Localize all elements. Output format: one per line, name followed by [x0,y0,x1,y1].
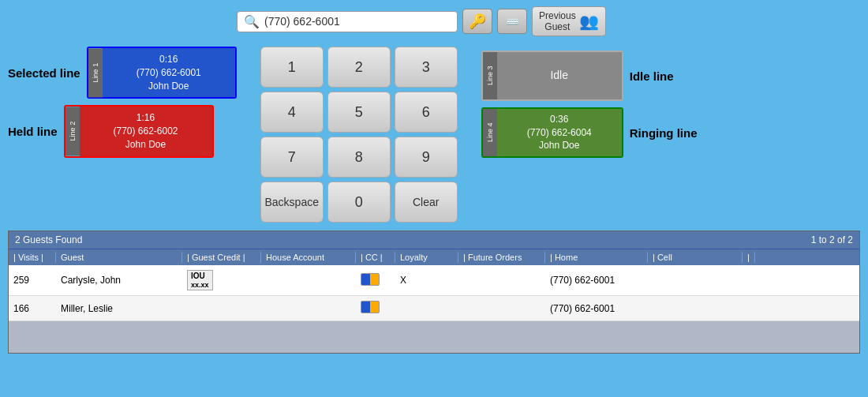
cell-cc-1 [356,272,395,290]
idle-line-outer-label: Idle line [630,69,674,83]
numpad-1[interactable]: 1 [260,47,324,88]
cc-icon-1 [361,273,380,286]
cell-credit-2 [182,307,261,310]
key-button[interactable]: 🔑 [462,9,492,34]
col-guest: Guest [56,252,182,263]
numpad-backspace[interactable]: Backspace [260,182,324,223]
numpad-clear[interactable]: Clear [395,182,458,223]
cc-icon-2 [361,301,380,313]
numpad-2[interactable]: 2 [327,47,391,88]
cell-home-2: (770) 662-6001 [545,301,648,316]
line4-box[interactable]: Line 4 0:36 (770) 662-6004 John Doe [481,107,623,158]
cell-loyalty-2 [395,307,458,310]
col-home: | Home [545,252,648,263]
line1-time: 0:16 [159,53,178,66]
line2-row: Held line Line 2 1:16 (770) 662-6002 Joh… [8,105,237,157]
numpad: 1 2 3 4 5 6 7 8 9 Backspace 0 Clear [260,47,458,223]
col-end: | [743,252,755,263]
cell-loyalty-1: X [395,273,458,287]
cell-visits-2: 166 [9,301,56,316]
line2-box[interactable]: Line 2 1:16 (770) 662-6002 John Doe [64,105,214,157]
col-guest-credit: | Guest Credit | [182,252,261,263]
numpad-9[interactable]: 9 [395,137,458,178]
line4-name: John Doe [539,139,579,152]
cell-future-2 [458,307,545,310]
line2-tab: Line 2 [65,107,80,155]
cell-cell-1 [648,279,743,282]
line1-tab: Line 1 [88,48,103,97]
line2-time: 1:16 [137,111,155,125]
table-row[interactable]: 259 Carlysle, John IOUxx.xx X (770) 662-… [9,265,859,296]
line3-box[interactable]: Line 3 Idle [481,51,623,101]
line4-info: 0:36 (770) 662-6004 John Doe [497,109,622,156]
guests-table: 2 Guests Found 1 to 2 of 2 | Visits | Gu… [8,230,860,354]
cell-house-1 [261,279,356,282]
numpad-3[interactable]: 3 [395,47,458,88]
cell-house-2 [261,307,356,310]
table-footer [9,321,859,353]
col-loyalty: Loyalty [395,252,458,263]
cell-guest-1: Carlysle, John [56,273,182,287]
line1-name: John Doe [148,80,189,93]
search-container: 🔍 [237,11,458,32]
cell-home-1: (770) 662-6001 [545,273,648,287]
numpad-6[interactable]: 6 [395,92,458,133]
top-bar: 🔍 🔑 ⌨️ PreviousGuest 👥 [0,0,868,43]
col-visits: | Visits | [9,252,56,263]
guests-found-label: 2 Guests Found [15,234,82,245]
line1-number: (770) 662-6001 [137,66,201,80]
guest-icon: 👥 [579,12,599,31]
line4-tab: Line 4 [483,109,497,156]
numpad-7[interactable]: 7 [260,137,324,178]
numpad-row-2: 4 5 6 [260,92,458,133]
line3-row: Line 3 Idle Idle line [481,51,698,101]
previous-guest-button[interactable]: PreviousGuest 👥 [532,6,606,36]
selected-line-outer-label: Selected line [8,66,80,80]
line3-tab: Line 3 [483,52,497,99]
left-lines-panel: Selected line Line 1 0:16 (770) 662-6001… [8,43,237,223]
col-future-orders: | Future Orders [458,252,545,263]
line1-row: Selected line Line 1 0:16 (770) 662-6001… [8,47,237,99]
line2-number: (770) 662-6002 [113,125,178,138]
cell-future-1 [458,279,545,282]
table-header-info: 2 Guests Found 1 to 2 of 2 [9,231,859,249]
main-section: Selected line Line 1 0:16 (770) 662-6001… [0,43,868,223]
col-cell: | Cell [648,252,743,263]
line4-row: Line 4 0:36 (770) 662-6004 John Doe Ring… [481,107,698,158]
numpad-row-3: 7 8 9 [260,137,458,178]
line1-info: 0:16 (770) 662-6001 John Doe [103,48,235,97]
col-cc: | CC | [356,252,395,263]
cell-credit-1: IOUxx.xx [182,268,261,292]
cell-visits-1: 259 [9,273,56,287]
numpad-row-1: 1 2 3 [260,47,458,88]
cell-cell-2 [648,307,743,310]
search-icon: 🔍 [244,14,260,29]
line3-status: Idle [550,68,568,84]
line2-info: 1:16 (770) 662-6002 John Doe [80,107,212,155]
phone-search-input[interactable] [264,15,422,28]
line3-info: Idle [497,52,622,99]
ringing-line-outer-label: Ringing line [630,126,698,140]
numpad-8[interactable]: 8 [327,137,391,178]
previous-guest-label: PreviousGuest [539,10,576,32]
pagination-label: 1 to 2 of 2 [811,234,853,245]
table-row[interactable]: 166 Miller, Leslie (770) 662-6001 [9,296,859,321]
held-line-outer-label: Held line [8,125,58,138]
line1-box[interactable]: Line 1 0:16 (770) 662-6001 John Doe [87,47,237,99]
line4-number: (770) 662-6004 [527,126,592,140]
col-house-account: House Account [261,252,356,263]
cell-guest-2: Miller, Leslie [56,301,182,316]
cell-cc-2 [356,299,395,317]
iou-badge: IOUxx.xx [187,270,213,290]
table-col-headers: | Visits | Guest | Guest Credit | House … [9,249,859,265]
line4-time: 0:36 [550,113,568,126]
numpad-4[interactable]: 4 [260,92,324,133]
numpad-5[interactable]: 5 [327,92,391,133]
numpad-row-4: Backspace 0 Clear [260,182,458,223]
keyboard-button[interactable]: ⌨️ [497,9,527,34]
numpad-0[interactable]: 0 [327,182,391,223]
right-lines-panel: Line 3 Idle Idle line Line 4 0:36 (770) … [481,47,698,223]
line2-name: John Doe [125,138,166,152]
